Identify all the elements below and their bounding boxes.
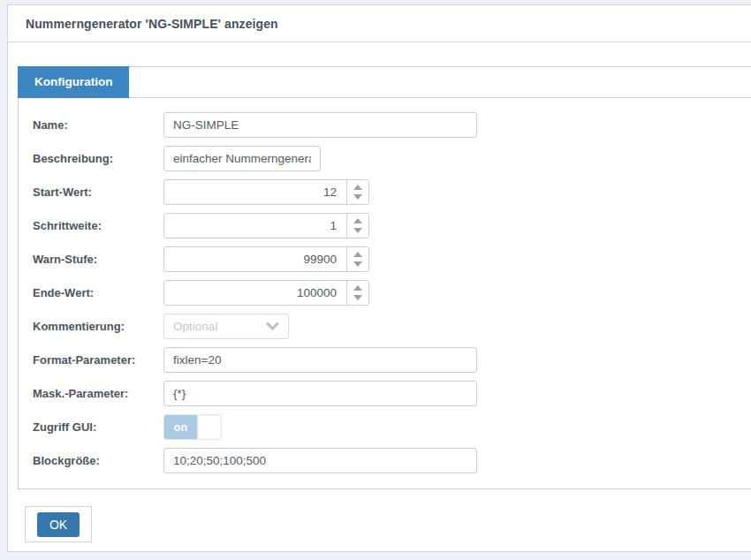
form-row-mask-parameter: Mask.-Parameter: [33,381,751,406]
page-title: Nummerngenerator 'NG-SIMPLE' anzeigen [26,17,278,31]
form-row-name: Name: [33,112,751,138]
warn-stufe-stepper [163,246,369,272]
start-wert-stepper [163,179,369,205]
kommentierung-selected-value: Optional [173,320,266,333]
form-row-format-parameter: Format-Parameter: [33,347,751,373]
blockgroesse-field[interactable] [163,448,477,473]
ende-wert-label: Ende-Wert: [33,286,163,299]
ende-wert-spinner [346,281,368,305]
schrittweite-label: Schrittweite: [33,219,163,232]
dialog-header: Nummerngenerator 'NG-SIMPLE' anzeigen [8,5,751,42]
tab-konfiguration[interactable]: Konfiguration [18,66,129,98]
name-field[interactable] [163,112,477,138]
form-row-blockgroesse: Blockgröße: [33,448,751,473]
zugriff-gui-toggle[interactable]: on [163,414,222,440]
dialog-panel: Nummerngenerator 'NG-SIMPLE' anzeigen Ko… [7,4,751,552]
blockgroesse-label: Blockgröße: [33,454,163,467]
tabview: Konfiguration Name: Beschreibung: Start-… [18,66,751,489]
kommentierung-label: Kommentierung: [33,320,163,333]
schrittweite-field[interactable] [163,213,369,238]
triangle-up-icon[interactable] [353,252,362,257]
ende-wert-field[interactable] [163,280,369,306]
form-row-start-wert: Start-Wert: [33,179,751,205]
chevron-down-icon [266,322,279,331]
beschreibung-label: Beschreibung: [33,152,163,165]
form-row-zugriff-gui: Zugriff GUI: on [33,414,751,440]
triangle-down-icon[interactable] [353,194,362,200]
format-parameter-field[interactable] [163,347,477,373]
triangle-down-icon[interactable] [353,261,362,267]
start-wert-field[interactable] [163,179,369,205]
schrittweite-stepper [163,213,369,238]
start-wert-spinner [346,180,368,204]
triangle-up-icon[interactable] [353,218,362,223]
form-row-schrittweite: Schrittweite: [33,213,751,238]
toggle-knob [197,415,221,439]
beschreibung-field[interactable] [163,146,321,171]
schrittweite-spinner [346,214,368,238]
zugriff-gui-label: Zugriff GUI: [33,420,163,434]
button-bar: OK [25,506,92,542]
toggle-on-state: on [164,415,197,439]
triangle-up-icon[interactable] [353,285,362,291]
format-parameter-label: Format-Parameter: [33,353,163,367]
kommentierung-select[interactable]: Optional [163,314,289,339]
mask-parameter-field[interactable] [163,381,477,406]
triangle-down-icon[interactable] [353,228,362,233]
form-row-kommentierung: Kommentierung: Optional [33,314,751,339]
form-row-ende-wert: Ende-Wert: [33,280,751,306]
warn-stufe-spinner [346,247,368,271]
configuration-form: Name: Beschreibung: Start-Wert: [19,98,751,488]
form-row-warn-stufe: Warn-Stufe: [33,246,751,272]
triangle-up-icon[interactable] [353,185,362,190]
ende-wert-stepper [163,280,369,306]
mask-parameter-label: Mask.-Parameter: [33,387,163,400]
triangle-down-icon[interactable] [353,295,362,300]
tab-bar: Konfiguration [19,67,751,98]
ok-button[interactable]: OK [37,512,80,537]
form-row-beschreibung: Beschreibung: [33,146,751,171]
warn-stufe-label: Warn-Stufe: [33,253,163,266]
start-wert-label: Start-Wert: [33,185,163,199]
name-label: Name: [33,118,163,132]
warn-stufe-field[interactable] [163,246,369,272]
